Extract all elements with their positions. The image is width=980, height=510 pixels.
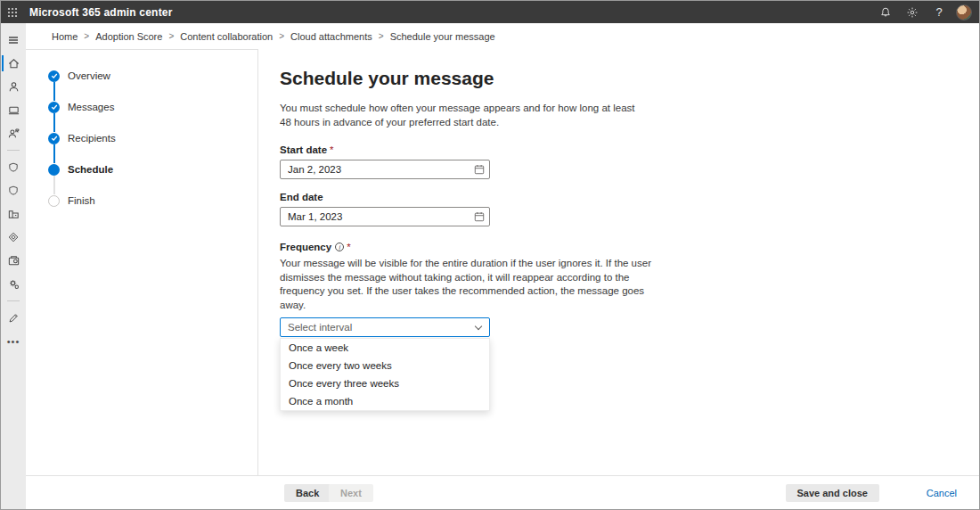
wizard-step-overview[interactable]: Overview bbox=[48, 70, 257, 82]
main-content: Schedule your message You must schedule … bbox=[259, 49, 979, 475]
roles-icon[interactable] bbox=[1, 121, 26, 144]
m365-admin-schedule-page: { "top_bar": { "title": "Microsoft 365 a… bbox=[0, 0, 980, 510]
breadcrumb-current-page: Schedule your message bbox=[390, 31, 495, 42]
calendar-icon[interactable] bbox=[474, 164, 485, 175]
left-nav-rail: ••• bbox=[1, 23, 26, 509]
calendar-icon[interactable] bbox=[474, 211, 485, 222]
step-completed-check-icon bbox=[48, 133, 60, 144]
waffle-icon[interactable] bbox=[1, 1, 24, 23]
app-title: Microsoft 365 admin center bbox=[29, 6, 173, 19]
cancel-link[interactable]: Cancel bbox=[927, 488, 957, 498]
more-icon[interactable]: ••• bbox=[1, 330, 26, 353]
step-connector bbox=[53, 113, 55, 132]
breadcrumb-separator-icon: > bbox=[279, 31, 284, 41]
gear-icon[interactable] bbox=[902, 3, 922, 22]
wizard-steps-panel: Overview Messages Recipients Schedule Fi… bbox=[26, 49, 258, 475]
back-button[interactable]: Back bbox=[284, 484, 331, 502]
top-app-bar: Microsoft 365 admin center ? bbox=[1, 1, 979, 23]
wizard-step-schedule[interactable]: Schedule bbox=[48, 163, 257, 176]
next-button[interactable]: Next bbox=[329, 484, 373, 502]
step-completed-check-icon bbox=[48, 70, 60, 82]
wizard-step-messages[interactable]: Messages bbox=[48, 101, 257, 113]
wizard-step-finish[interactable]: Finish bbox=[48, 194, 257, 207]
help-icon[interactable]: ? bbox=[929, 3, 949, 22]
step-connector bbox=[53, 176, 55, 194]
home-icon[interactable] bbox=[1, 52, 26, 75]
wizard-step-recipients[interactable]: Recipients bbox=[48, 132, 257, 144]
frequency-description: Your message will be visible for the ent… bbox=[280, 257, 665, 312]
breadcrumb-separator-icon: > bbox=[84, 31, 89, 41]
rail-divider bbox=[7, 300, 20, 301]
frequency-option-once-a-week[interactable]: Once a week bbox=[281, 339, 489, 357]
step-label: Schedule bbox=[68, 164, 113, 175]
breadcrumb-cloud-attachments[interactable]: Cloud attachments bbox=[290, 31, 372, 42]
chevron-down-icon bbox=[475, 323, 482, 330]
frequency-dropdown[interactable]: Select interval bbox=[280, 317, 490, 337]
info-icon[interactable]: i bbox=[335, 243, 344, 251]
step-connector bbox=[53, 144, 55, 163]
marketplace-icon[interactable] bbox=[1, 249, 26, 272]
step-label: Messages bbox=[68, 102, 114, 112]
org-icon[interactable] bbox=[1, 202, 26, 226]
frequency-dropdown-placeholder: Select interval bbox=[288, 322, 352, 333]
step-upcoming-icon bbox=[48, 195, 60, 207]
frequency-dropdown-menu: Once a week Once every two weeks Once ev… bbox=[280, 338, 490, 411]
frequency-option-once-a-month[interactable]: Once a month bbox=[281, 392, 489, 410]
breadcrumb-separator-icon: > bbox=[168, 31, 174, 41]
breadcrumb-home[interactable]: Home bbox=[52, 31, 78, 42]
devices-icon[interactable] bbox=[1, 98, 26, 121]
breadcrumb-adoption-score[interactable]: Adoption Score bbox=[95, 31, 162, 42]
frequency-option-once-every-two-weeks[interactable]: Once every two weeks bbox=[281, 357, 489, 374]
step-label: Finish bbox=[68, 195, 95, 206]
breadcrumb-content-collaboration[interactable]: Content collaboration bbox=[180, 31, 273, 42]
step-connector bbox=[53, 82, 55, 101]
save-and-close-button[interactable]: Save and close bbox=[786, 484, 880, 502]
wizard-footer: Back Next Save and close Cancel bbox=[26, 475, 979, 509]
step-current-icon bbox=[48, 164, 60, 176]
user-avatar[interactable] bbox=[956, 4, 972, 21]
end-date-label: End date bbox=[280, 192, 979, 202]
step-completed-check-icon bbox=[48, 102, 60, 113]
end-date-input[interactable] bbox=[280, 207, 490, 226]
bell-icon[interactable] bbox=[876, 3, 895, 22]
edit-icon[interactable] bbox=[1, 307, 26, 330]
required-asterisk: * bbox=[330, 144, 333, 155]
step-label: Recipients bbox=[68, 133, 116, 144]
page-title: Schedule your message bbox=[280, 68, 979, 89]
start-date-label: Start date * bbox=[280, 144, 979, 155]
shield-icon[interactable] bbox=[1, 156, 26, 179]
required-asterisk: * bbox=[347, 242, 350, 252]
billing-icon[interactable] bbox=[1, 226, 26, 249]
breadcrumb-separator-icon: > bbox=[379, 31, 384, 41]
breadcrumb: Home > Adoption Score > Content collabor… bbox=[26, 23, 979, 49]
frequency-option-once-every-three-weeks[interactable]: Once every three weeks bbox=[281, 374, 489, 392]
shield-checkmark-icon[interactable] bbox=[1, 179, 26, 202]
start-date-input[interactable] bbox=[280, 160, 490, 179]
menu-icon[interactable] bbox=[1, 29, 26, 52]
step-label: Overview bbox=[68, 70, 110, 81]
frequency-label: Frequency i * bbox=[280, 242, 979, 252]
users-icon[interactable] bbox=[1, 75, 26, 98]
settings-icon[interactable] bbox=[1, 272, 26, 295]
intro-text: You must schedule how often your message… bbox=[280, 101, 636, 129]
rail-divider bbox=[7, 150, 20, 151]
